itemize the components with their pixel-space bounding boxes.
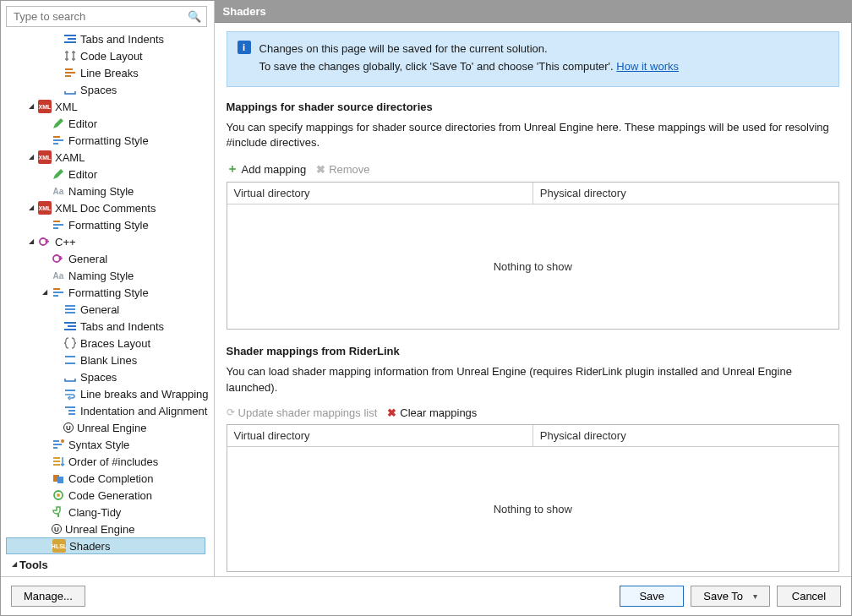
svg-rect-6 [53, 136, 60, 138]
tree-item-clang-tidy[interactable]: Clang-Tidy [6, 504, 212, 521]
grid-header: Virtual directory Physical directory [227, 425, 838, 447]
tree-item-fmt-wrap[interactable]: Line breaks and Wrapping [6, 385, 212, 402]
save-to-button[interactable]: Save To [691, 586, 770, 607]
mappings-grid-2[interactable]: Virtual directory Physical directory Not… [227, 424, 839, 572]
svg-rect-2 [64, 41, 76, 43]
tabs-icon [63, 32, 77, 46]
settings-sidebar: 🔍 Tabs and Indents Code L [1, 1, 215, 576]
cancel-button[interactable]: Cancel [777, 586, 841, 607]
svg-rect-4 [65, 72, 75, 74]
tree-item-fmt-general[interactable]: General [6, 301, 212, 318]
xml-icon: XML [38, 201, 52, 215]
tree-item-label: Spaces [80, 84, 117, 96]
tree-item-code-layout[interactable]: Code Layout [6, 47, 212, 64]
pencil-icon [52, 167, 65, 181]
info-line-2: To save the changes globally, click 'Sav… [259, 58, 679, 76]
naming-icon: Aa [52, 269, 65, 282]
tree-item-fmt-spaces[interactable]: Spaces [6, 368, 212, 385]
tree-item-fmt-tabs[interactable]: Tabs and Indents [6, 318, 212, 335]
search-input[interactable] [12, 9, 188, 24]
tree-item-xmldoc[interactable]: XML XML Doc Comments [6, 199, 212, 216]
wrap-icon [63, 387, 77, 401]
save-to-label: Save To [703, 590, 743, 602]
grid-empty-text: Nothing to show [227, 204, 838, 329]
svg-rect-29 [65, 390, 75, 391]
unreal-icon: U [52, 524, 62, 534]
tree-item-line-breaks[interactable]: Line Breaks [6, 64, 212, 81]
tree-item-cpp[interactable]: C++ [6, 233, 212, 250]
info-line-1: Changes on this page will be saved for t… [259, 41, 679, 58]
pencil-icon [52, 117, 65, 130]
tree-item-syntax-style[interactable]: Syntax Style [6, 436, 212, 453]
update-mappings-button: ⟳ Update shader mappings list [227, 406, 378, 419]
expander-icon[interactable] [26, 238, 36, 245]
add-mapping-button[interactable]: ＋ Add mapping [227, 161, 307, 177]
svg-rect-18 [53, 288, 60, 290]
svg-rect-39 [53, 464, 60, 466]
cpp-icon [38, 235, 52, 248]
tree-item-xml[interactable]: XML XML [6, 98, 212, 115]
svg-rect-8 [53, 143, 58, 144]
col-virtual: Virtual directory [227, 425, 533, 446]
tree-item-fmt-indent[interactable]: Indentation and Alignment [6, 402, 212, 419]
remove-mapping-label: Remove [329, 163, 369, 176]
tree-item-tabs-indents[interactable]: Tabs and Indents [6, 30, 212, 47]
tree-item-xaml[interactable]: XML XAML [6, 149, 212, 166]
update-mappings-label: Update shader mappings list [238, 406, 378, 419]
tree-item-cpp-formatting[interactable]: Formatting Style [6, 284, 212, 301]
tree-item-fmt-braces[interactable]: Braces Layout [6, 335, 212, 352]
tree-item-label: Unreal Engine [65, 523, 134, 536]
tree-item-label: Order of #includes [68, 455, 158, 468]
tree-item-tools[interactable]: Tools [6, 556, 205, 573]
tree-item-code-completion[interactable]: Code Completion [6, 470, 212, 487]
plus-icon: ＋ [227, 161, 238, 177]
info-line-2-text: To save the changes globally, click 'Sav… [259, 60, 617, 73]
tree-item-xaml-naming[interactable]: Aa Naming Style [6, 183, 212, 199]
tree-item-xml-editor[interactable]: Editor [6, 115, 212, 132]
search-box[interactable]: 🔍 [6, 6, 207, 27]
expander-icon[interactable] [40, 289, 50, 296]
expander-icon[interactable] [9, 561, 19, 568]
tree-item-xmldoc-formatting[interactable]: Formatting Style [6, 216, 212, 233]
tree-item-xaml-editor[interactable]: Editor [6, 166, 212, 183]
col-physical: Physical directory [533, 183, 838, 204]
expander-icon[interactable] [26, 103, 36, 110]
expander-icon[interactable] [26, 204, 36, 211]
svg-rect-37 [53, 457, 60, 459]
tree-item-cpp-naming[interactable]: Aa Naming Style [6, 267, 212, 284]
tree-item-spaces[interactable]: Spaces [6, 81, 212, 98]
tree-item-xml-formatting[interactable]: Formatting Style [6, 132, 212, 149]
mappings-grid-1[interactable]: Virtual directory Physical directory Not… [227, 182, 839, 330]
tree-item-label: Editor [68, 117, 97, 130]
blanklines-icon [63, 353, 77, 367]
tree-item-fmt-blank[interactable]: Blank Lines [6, 352, 212, 368]
tree-item-order-includes[interactable]: Order of #includes [6, 453, 212, 470]
svg-rect-0 [64, 35, 76, 36]
section1-toolbar: ＋ Add mapping ✖ Remove [227, 160, 839, 178]
clang-tidy-icon [52, 505, 65, 519]
svg-rect-33 [53, 440, 59, 442]
tree-item-shaders[interactable]: HLSL Shaders [6, 537, 205, 554]
tree-item-label: Indentation and Alignment [80, 405, 207, 417]
clear-mappings-button[interactable]: ✖ Clear mappings [387, 406, 477, 419]
tree-item-cpp-general[interactable]: General [6, 250, 212, 267]
tree-item-label: Shaders [69, 540, 110, 553]
tree-item-fmt-ue[interactable]: U Unreal Engine [6, 419, 212, 436]
expander-icon[interactable] [26, 154, 36, 161]
linebreaks-icon [63, 66, 77, 79]
svg-rect-11 [53, 227, 58, 229]
general-icon [52, 252, 65, 265]
general-icon [63, 303, 77, 316]
grid-empty-text: Nothing to show [227, 447, 838, 571]
tree-item-label: Blank Lines [80, 354, 137, 367]
tree-item-code-generation[interactable]: Code Generation [6, 487, 212, 504]
how-it-works-link[interactable]: How it works [616, 60, 679, 73]
spaces-icon [63, 370, 77, 384]
save-button[interactable]: Save [620, 586, 684, 607]
settings-tree[interactable]: Tabs and Indents Code Layout Line Breaks [6, 30, 214, 576]
tree-item-label: Tabs and Indents [80, 320, 164, 333]
manage-button[interactable]: Manage... [11, 586, 85, 607]
tree-item-unreal-engine[interactable]: U Unreal Engine [6, 521, 212, 537]
svg-rect-22 [65, 308, 75, 310]
tree-item-label: General [68, 253, 107, 265]
